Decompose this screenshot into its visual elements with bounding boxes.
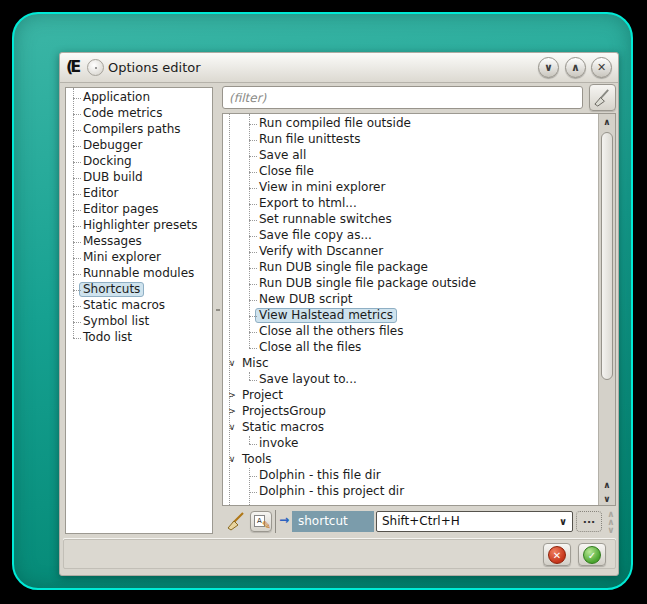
shortcut-item-label: Save all (259, 148, 306, 162)
splitter-handle[interactable] (214, 87, 222, 534)
coedit-logo-icon: (E (66, 57, 78, 76)
expander-open-icon[interactable]: ∨ (226, 420, 238, 435)
expander-open-icon[interactable]: ∨ (226, 356, 238, 371)
scroll-down-icon[interactable]: ∨ (604, 526, 618, 534)
shortcut-tree-item[interactable]: Save file copy as... (223, 228, 615, 244)
sidebar-item-label: Editor (83, 186, 119, 200)
sidebar-item-label: Docking (83, 154, 132, 168)
sidebar-item-label: Messages (83, 234, 142, 248)
shortcut-tree-item[interactable]: invoke (223, 436, 615, 452)
accept-button[interactable]: ✓ (578, 543, 606, 566)
window-frame[interactable]: (E Options editor ∨ ∧ ✕ ApplicationCode … (12, 12, 633, 590)
sidebar-item-todo-list[interactable]: Todo list (66, 330, 212, 346)
sidebar-item-editor[interactable]: Editor (66, 186, 212, 202)
sidebar-item-messages[interactable]: Messages (66, 234, 212, 250)
sidebar-item-code-metrics[interactable]: Code metrics (66, 106, 212, 122)
edit-shortcut-button[interactable]: A ✎ (250, 511, 272, 532)
sidebar-item-label: Compilers paths (83, 122, 181, 136)
shortcut-item-label: Project (242, 388, 283, 402)
shortcut-tree-item[interactable]: >Project (223, 388, 615, 404)
sidebar-item-dub-build[interactable]: DUB build (66, 170, 212, 186)
shortcut-tree-item[interactable]: Run file unittests (223, 132, 615, 148)
property-name-cell[interactable]: shortcut (292, 511, 374, 532)
shortcut-tree-item[interactable]: >ProjectsGroup (223, 404, 615, 420)
sidebar-item-application[interactable]: Application (66, 90, 212, 106)
shortcut-item-label: Run compiled file outside (259, 116, 411, 130)
shortcut-item-label: Export to html... (259, 196, 357, 210)
status-bar (63, 539, 616, 569)
shortcut-tree-item[interactable]: Close all the files (223, 340, 615, 356)
shortcut-tree-item[interactable]: Run compiled file outside (223, 116, 615, 132)
shortcut-item-label: Run DUB single file package (259, 260, 428, 274)
sidebar-item-compilers-paths[interactable]: Compilers paths (66, 122, 212, 138)
expander-closed-icon[interactable]: > (226, 404, 238, 419)
shortcut-tree-item[interactable]: Close all the others files (223, 324, 615, 340)
sidebar-item-label: Debugger (83, 138, 142, 152)
filter-input[interactable] (222, 86, 583, 109)
shortcut-tree-item[interactable]: New DUB script (223, 292, 615, 308)
shortcut-value-combobox[interactable]: Shift+Ctrl+H ∨ (376, 511, 573, 532)
shortcut-tree-item[interactable]: Run DUB single file package outside (223, 276, 615, 292)
clear-filter-button[interactable] (589, 84, 616, 111)
category-tree[interactable]: ApplicationCode metricsCompilers pathsDe… (65, 87, 213, 534)
shortcut-value: Shift+Ctrl+H (382, 514, 460, 528)
shortcut-tree-item[interactable]: Save all (223, 148, 615, 164)
shortcut-item-label: New DUB script (259, 292, 353, 306)
maximize-button[interactable]: ∧ (565, 57, 586, 78)
shortcut-tree-item[interactable]: Export to html... (223, 196, 615, 212)
minimize-button[interactable]: ∨ (538, 57, 559, 78)
shortcut-tree-item[interactable]: View Halstead metrics (223, 308, 615, 324)
sidebar-item-editor-pages[interactable]: Editor pages (66, 202, 212, 218)
sidebar-item-docking[interactable]: Docking (66, 154, 212, 170)
shortcut-tree-item[interactable]: Set runnable switches (223, 212, 615, 228)
sidebar-item-symbol-list[interactable]: Symbol list (66, 314, 212, 330)
window-menu-button[interactable] (87, 59, 104, 76)
shortcut-tree-item[interactable]: Run DUB single file package (223, 260, 615, 276)
sidebar-item-static-macros[interactable]: Static macros (66, 298, 212, 314)
sidebar-item-label: Editor pages (83, 202, 159, 216)
sidebar-item-highlighter-presets[interactable]: Highlighter presets (66, 218, 212, 234)
sidebar-item-runnable-modules[interactable]: Runnable modules (66, 266, 212, 282)
shortcuts-tree[interactable]: ∧ ∧ ∨ Run compiled file outsideRun file … (222, 113, 616, 506)
shortcut-item-label: Close all the others files (259, 324, 403, 338)
shortcut-tree-item[interactable]: ∨Misc (223, 356, 615, 372)
shortcut-tree-item[interactable]: Verify with Dscanner (223, 244, 615, 260)
property-arrow-icon: → (279, 513, 289, 527)
sidebar-item-label: Application (83, 90, 150, 104)
shortcut-tree-item[interactable]: Dolphin - this file dir (223, 468, 615, 484)
sidebar-item-label: Symbol list (83, 314, 149, 328)
pencil-icon: ✎ (262, 519, 271, 532)
expander-closed-icon[interactable]: > (226, 388, 238, 403)
title-bar[interactable]: (E Options editor ∨ ∧ ✕ (60, 53, 618, 83)
expander-open-icon[interactable]: ∨ (226, 452, 238, 467)
cancel-button[interactable]: ✕ (543, 543, 571, 566)
propgrid-scrollbar[interactable]: ∧ ∧ ∨ (604, 510, 618, 536)
shortcut-item-label: Misc (242, 356, 269, 370)
sidebar-item-label: Static macros (83, 298, 165, 312)
sidebar-item-label: Todo list (83, 330, 132, 344)
clear-shortcut-button[interactable] (226, 511, 246, 531)
close-button[interactable]: ✕ (591, 57, 612, 78)
shortcut-tree-item[interactable]: ∨Tools (223, 452, 615, 468)
sidebar-item-shortcuts[interactable]: Shortcuts (66, 282, 212, 298)
chevron-down-icon[interactable]: ∨ (559, 512, 567, 531)
shortcut-item-label: ProjectsGroup (242, 404, 326, 418)
shortcut-item-label: View in mini explorer (259, 180, 385, 194)
sidebar-item-label: DUB build (83, 170, 143, 184)
shortcut-item-label: Dolphin - this project dir (259, 484, 404, 498)
accept-icon: ✓ (583, 546, 601, 564)
shortcut-editor-more-button[interactable]: ... (576, 511, 602, 532)
sidebar-item-mini-explorer[interactable]: Mini explorer (66, 250, 212, 266)
shortcut-tree-item[interactable]: Save layout to... (223, 372, 615, 388)
shortcut-property-grid[interactable]: → shortcut Shift+Ctrl+H ∨ (275, 510, 573, 533)
sidebar-item-debugger[interactable]: Debugger (66, 138, 212, 154)
sidebar-item-label: Runnable modules (83, 266, 194, 280)
shortcut-tree-item[interactable]: Dolphin - this project dir (223, 484, 615, 500)
cancel-icon: ✕ (548, 546, 566, 564)
shortcut-tree-item[interactable]: ∨Static macros (223, 420, 615, 436)
shortcut-item-label: Dolphin - this file dir (259, 468, 381, 482)
shortcut-tree-item[interactable]: Close file (223, 164, 615, 180)
options-editor-dialog: (E Options editor ∨ ∧ ✕ ApplicationCode … (59, 52, 619, 576)
shortcut-item-label: Set runnable switches (259, 212, 392, 226)
shortcut-tree-item[interactable]: View in mini explorer (223, 180, 615, 196)
